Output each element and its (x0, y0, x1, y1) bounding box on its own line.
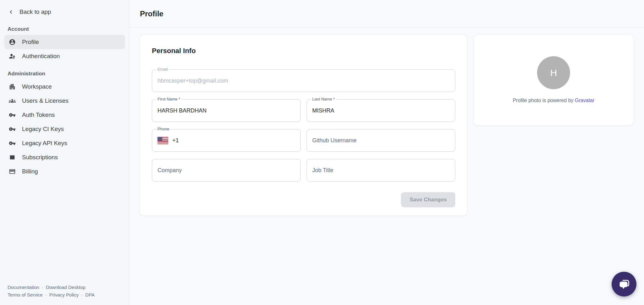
privacy-policy-link[interactable]: Privacy Policy (49, 292, 79, 297)
first-name-field-value: HARSH BARDHAN (158, 107, 207, 114)
content-area: Personal Info Email hbmcasper+top@gmail.… (130, 28, 644, 216)
personal-info-card: Personal Info Email hbmcasper+top@gmail.… (140, 35, 468, 216)
avatar: H (537, 56, 570, 89)
sidebar-item-label: Workspace (22, 83, 52, 90)
sidebar-item-legacy-api-keys[interactable]: Legacy API Keys (4, 136, 125, 150)
personal-info-title: Personal Info (152, 47, 455, 55)
form-actions: Save Changes (152, 192, 455, 207)
download-desktop-link[interactable]: Download Desktop (46, 285, 86, 290)
columns-icon (9, 154, 16, 161)
footer-separator: · (42, 285, 43, 290)
first-name-field-label: First Name * (156, 97, 182, 102)
gravatar-card: H Profile photo is powered by Gravatar (473, 35, 634, 126)
save-changes-button[interactable]: Save Changes (401, 192, 455, 207)
github-username-placeholder: Github Username (312, 137, 357, 144)
sidebar-item-label: Users & Licenses (22, 97, 69, 104)
github-username-field[interactable]: Github Username (307, 129, 455, 152)
footer-separator: · (81, 292, 83, 297)
credit-card-icon (9, 168, 16, 175)
dpa-link[interactable]: DPA (85, 292, 95, 297)
company-field[interactable]: Company (152, 159, 301, 182)
sidebar-item-legacy-ci-keys[interactable]: Legacy CI Keys (4, 122, 125, 136)
email-field[interactable]: Email hbmcasper+top@gmail.com (152, 69, 455, 92)
key-icon (9, 140, 16, 147)
job-title-field[interactable]: Job Title (307, 159, 455, 182)
job-title-placeholder: Job Title (312, 167, 333, 174)
chat-bubbles-icon (618, 278, 631, 291)
groups-icon (9, 97, 16, 104)
us-flag-icon[interactable] (158, 137, 168, 144)
back-to-app-button[interactable]: Back to app (0, 0, 129, 19)
back-to-app-label: Back to app (19, 8, 51, 15)
sidebar-item-subscriptions[interactable]: Subscriptions (4, 150, 125, 164)
key-icon (9, 126, 16, 133)
section-label-account: Account (8, 26, 129, 32)
last-name-field[interactable]: Last Name * MISHRA (307, 99, 455, 122)
sidebar-item-label: Authentication (22, 53, 60, 60)
account-circle-icon (9, 39, 16, 46)
phone-dial-code: +1 (172, 137, 179, 144)
gravatar-link[interactable]: Gravatar (575, 98, 594, 103)
email-field-value: hbmcasper+top@gmail.com (158, 78, 228, 84)
first-name-field[interactable]: First Name * HARSH BARDHAN (152, 99, 301, 122)
sidebar: Back to app Account Profile Authenticati… (0, 0, 130, 305)
sidebar-item-auth-tokens[interactable]: Auth Tokens (4, 108, 125, 122)
chat-widget-button[interactable] (612, 272, 636, 297)
page-header: Profile (130, 0, 644, 28)
sidebar-item-billing[interactable]: Billing (4, 164, 125, 178)
section-label-administration: Administration (8, 71, 129, 77)
sidebar-item-label: Auth Tokens (22, 112, 55, 118)
footer-separator: · (45, 292, 47, 297)
sidebar-item-label: Subscriptions (22, 154, 58, 161)
company-placeholder: Company (158, 167, 182, 174)
sidebar-footer: Documentation·Download Desktop Terms of … (0, 284, 129, 305)
sidebar-item-label: Legacy API Keys (22, 140, 67, 147)
phone-field[interactable]: Phone +1 (152, 129, 301, 152)
sidebar-item-users-licenses[interactable]: Users & Licenses (4, 94, 125, 108)
footer-row-1: Documentation·Download Desktop (8, 284, 122, 291)
sidebar-item-workspace[interactable]: Workspace (4, 79, 125, 94)
passkey-icon (9, 53, 16, 60)
building-icon (9, 83, 16, 90)
phone-field-label: Phone (156, 127, 171, 132)
terms-of-service-link[interactable]: Terms of Service (8, 292, 43, 297)
main-area: Profile Personal Info Email hbmcasper+to… (130, 0, 644, 305)
sidebar-item-label: Profile (22, 39, 39, 46)
sidebar-item-authentication[interactable]: Authentication (4, 49, 125, 63)
last-name-field-label: Last Name * (311, 97, 336, 102)
page-title: Profile (140, 9, 164, 18)
footer-row-2: Terms of Service·Privacy Policy·DPA (8, 291, 122, 299)
sidebar-item-label: Legacy CI Keys (22, 126, 64, 133)
chevron-left-icon (8, 8, 14, 15)
gravatar-caption: Profile photo is powered by Gravatar (513, 98, 595, 103)
sidebar-item-profile[interactable]: Profile (4, 35, 125, 49)
last-name-field-value: MISHRA (312, 107, 334, 114)
documentation-link[interactable]: Documentation (8, 285, 39, 290)
key-icon (9, 112, 16, 118)
email-field-label: Email (156, 67, 169, 72)
sidebar-item-label: Billing (22, 168, 38, 175)
gravatar-caption-text: Profile photo is powered by (513, 98, 574, 103)
